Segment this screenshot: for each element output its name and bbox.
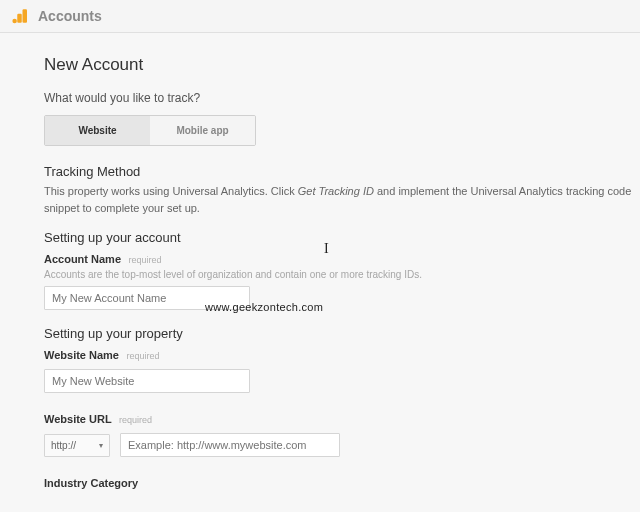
industry-category-field: Industry Category (44, 473, 635, 491)
website-url-field: Website URL required http:// ▾ (44, 409, 635, 457)
property-section-title: Setting up your property (44, 326, 635, 341)
account-name-input[interactable] (44, 286, 250, 310)
website-name-required: required (126, 351, 159, 361)
account-section-title: Setting up your account (44, 230, 635, 245)
tracking-method-help: This property works using Universal Anal… (44, 183, 635, 216)
account-name-hint: Accounts are the top-most level of organ… (44, 269, 635, 280)
protocol-select[interactable]: http:// ▾ (44, 434, 110, 457)
website-url-input[interactable] (120, 433, 340, 457)
chevron-down-icon: ▾ (99, 441, 103, 450)
website-name-input[interactable] (44, 369, 250, 393)
header-title: Accounts (38, 8, 102, 24)
tracking-help-before: This property works using Universal Anal… (44, 185, 298, 197)
svg-rect-0 (23, 9, 28, 23)
track-type-mobile-app[interactable]: Mobile app (150, 116, 255, 145)
track-question: What would you like to track? (44, 91, 635, 105)
svg-rect-1 (17, 14, 22, 23)
page-body: New Account What would you like to track… (0, 33, 640, 512)
track-type-website[interactable]: Website (45, 116, 150, 145)
svg-point-2 (12, 19, 17, 24)
top-header: Accounts (0, 0, 640, 33)
website-name-label: Website Name (44, 349, 119, 361)
analytics-logo-icon (12, 7, 30, 25)
account-name-required: required (128, 255, 161, 265)
protocol-value: http:// (51, 440, 76, 451)
track-type-toggle: Website Mobile app (44, 115, 256, 146)
website-name-field: Website Name required (44, 345, 635, 393)
page-title: New Account (44, 55, 635, 75)
tracking-help-link-text: Get Tracking ID (298, 185, 374, 197)
industry-category-label: Industry Category (44, 477, 138, 489)
website-url-required: required (119, 415, 152, 425)
website-url-label: Website URL (44, 413, 112, 425)
account-name-field: Account Name required Accounts are the t… (44, 249, 635, 310)
tracking-method-title: Tracking Method (44, 164, 635, 179)
account-name-label: Account Name (44, 253, 121, 265)
